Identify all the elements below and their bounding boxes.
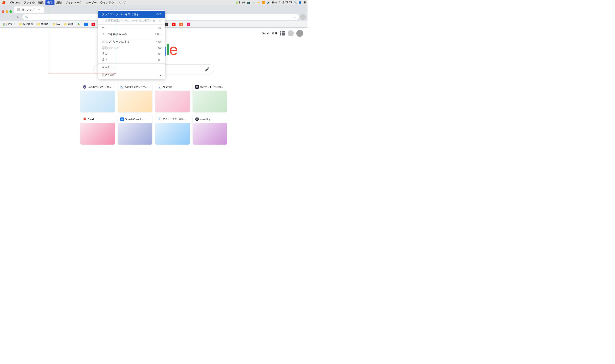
bookmark-apps[interactable]: アプリ — [2, 22, 17, 27]
developer-label: 開発 / 管理 — [102, 73, 115, 77]
top-site-5[interactable]: Gmail — [80, 115, 115, 145]
menu-user[interactable]: ユーザー — [84, 0, 98, 5]
extensions-button[interactable] — [300, 14, 306, 20]
svg-rect-8 — [6, 25, 6, 26]
top-site-4[interactable]: 弥 会計ソフト「弥生会... — [192, 83, 227, 113]
reload-button[interactable]: ↻ — [15, 14, 21, 20]
bookmark-b15[interactable]: ♪ — [185, 22, 192, 27]
svg-rect-1 — [4, 23, 5, 24]
divider-2 — [98, 38, 165, 38]
site-card-header-7: G マイドライブ - Goo... — [155, 115, 190, 123]
svg-rect-3 — [3, 24, 4, 25]
cast-item[interactable]: キャスト... — [98, 64, 165, 70]
bookmark-bar-toggle-item[interactable]: ブックマーク バーを常に表示 ⇧⌘B — [98, 11, 165, 18]
site-title-2: Google タグマネー... — [125, 85, 147, 88]
site-thumbnail-4 — [193, 91, 227, 112]
stop-item[interactable]: 中止 ⌘. — [98, 25, 165, 31]
menu-history[interactable]: 履歴 — [55, 0, 64, 5]
developer-item[interactable]: 開発 / 管理 ▶ — [98, 72, 165, 78]
minimize-window-button[interactable] — [6, 10, 8, 13]
battery-icon: 89% — [272, 1, 277, 4]
clock: 金 22:33 — [282, 1, 292, 4]
search-icon[interactable]: 🔍 — [293, 1, 297, 4]
menu-help[interactable]: ヘルプ — [116, 0, 128, 5]
menu-edit[interactable]: 編集 — [36, 0, 45, 5]
menu-bookmarks[interactable]: ブックマーク — [64, 0, 84, 5]
google-header-right: Gmail 画像 — [262, 30, 303, 37]
top-site-8[interactable]: m manablog — [192, 115, 227, 145]
site-card-header-5: Gmail — [80, 115, 115, 123]
menu-view[interactable]: 表示 — [45, 0, 55, 5]
google-profile-picture[interactable] — [296, 30, 303, 37]
google-user-avatar[interactable] — [288, 30, 294, 36]
reload-shortcut: ⇧⌘R — [155, 33, 162, 36]
site-thumbnail-2 — [118, 91, 152, 112]
site-title-7: マイドライブ - Goo... — [163, 117, 185, 121]
b14-icon: ★ — [179, 23, 183, 26]
bookmark-b13[interactable]: R — [170, 22, 177, 27]
wifi-icon: 📶 — [262, 1, 265, 4]
divider-3 — [98, 64, 165, 64]
bookmark-apps-label: アプリ — [7, 22, 15, 26]
bookmark-b14[interactable]: ★ — [178, 22, 185, 27]
svg-rect-7 — [4, 25, 5, 26]
user-icon[interactable]: 👤 — [299, 1, 302, 4]
logo-e: e — [169, 41, 178, 58]
view-menu-dropdown-container: ブックマーク バーを常に表示 ⇧⌘B ✓ 全画面表示のツールバーを常に表示する … — [49, 5, 116, 74]
tab-close-button[interactable]: ✕ — [38, 8, 41, 11]
zoom-in-item[interactable]: 拡大 ⌘+ — [98, 51, 165, 57]
top-site-1[interactable]: J スノボーしながら働... — [80, 83, 115, 113]
menu-chrome[interactable]: Chrome — [8, 0, 22, 4]
bookmark-crypto[interactable]: 📁 仮想通貨 — [17, 22, 35, 27]
b12-icon: J — [165, 23, 168, 26]
close-window-button[interactable] — [2, 10, 4, 13]
bookmark-info[interactable]: 📁 情報収 — [35, 22, 50, 27]
site-thumbnail-6 — [118, 123, 152, 144]
b15-icon: ♪ — [187, 23, 190, 26]
favicon-7: G — [158, 117, 161, 121]
top-site-2[interactable]: G Google タグマネー... — [118, 83, 152, 113]
site-card-header-1: J スノボーしながら働... — [80, 83, 115, 91]
bookmark-bar-shortcut: ⇧⌘B — [155, 13, 162, 16]
site-thumbnail-3 — [155, 91, 190, 112]
svg-rect-2 — [6, 23, 6, 24]
images-link[interactable]: 画像 — [272, 31, 277, 35]
site-card-header-3: G Analytics — [155, 83, 190, 91]
back-button[interactable]: ← — [2, 14, 7, 20]
zoom-out-shortcut: ⌘− — [157, 58, 162, 61]
traffic-lights — [2, 10, 12, 13]
fullscreen-item[interactable]: フルスクリーンにする ^⌘F — [98, 39, 165, 45]
folder-crypto-icon: 📁 — [19, 23, 22, 26]
google-apps-button[interactable] — [280, 31, 285, 36]
browser-tab[interactable]: 新しいタブ ✕ — [14, 6, 44, 13]
list-icon[interactable]: ☰ — [303, 1, 306, 4]
fullscreen-always-item[interactable]: ✓ 全画面表示のツールバーを常に表示する ⌘/ — [98, 18, 165, 24]
favicon-4: 弥 — [195, 85, 199, 89]
favicon-8: m — [195, 117, 199, 121]
logo-l: l — [166, 41, 169, 58]
volume-icon: 🔊 — [267, 1, 270, 4]
top-site-7[interactable]: G マイドライブ - Goo... — [155, 115, 190, 145]
gmail-link[interactable]: Gmail — [262, 32, 269, 35]
actual-size-item[interactable]: 実際のサイズ ⌘0 — [98, 45, 165, 51]
site-title-3: Analytics — [163, 86, 172, 88]
maximize-window-button[interactable] — [10, 10, 12, 13]
menu-file[interactable]: ファイル — [22, 0, 36, 5]
site-title-8: manablog — [200, 118, 210, 120]
reload-item[interactable]: ページを再読み込み ⇧⌘R — [98, 31, 165, 37]
top-site-6[interactable]: SC Search Console - ... — [118, 115, 152, 145]
battery-3-icon: 🔋3 — [236, 1, 240, 4]
bookmark-star-icon[interactable]: ☆ — [294, 15, 296, 19]
site-thumbnail-8 — [193, 123, 227, 144]
top-site-3[interactable]: G Analytics — [155, 83, 190, 113]
forward-button[interactable]: → — [9, 14, 14, 20]
zoom-out-item[interactable]: 縮小 ⌘− — [98, 57, 165, 63]
site-thumbnail-1 — [80, 91, 115, 112]
mac-menubar: 🍎 Chrome ファイル 編集 表示 履歴 ブックマーク ユーザー ウインドウ… — [0, 0, 307, 5]
menu-window[interactable]: ウインドウ — [98, 0, 116, 5]
actual-size-label: 実際のサイズ — [102, 46, 118, 50]
microphone-icon[interactable]: 🎤 — [205, 67, 209, 72]
apple-menu[interactable]: 🍎 — [2, 1, 6, 4]
top-sites-grid: J スノボーしながら働... G Google タグマネー... G Analy… — [76, 83, 232, 145]
menubar-right-icons: 🔋3 🎮 📺 ⌨️ ⚡ 📶 🔊 89% A 金 22:33 🔍 👤 ☰ — [236, 1, 306, 4]
